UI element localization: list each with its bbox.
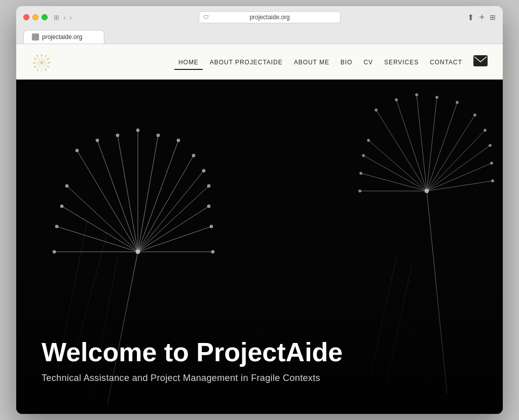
- maximize-button[interactable]: [42, 14, 48, 20]
- security-icon: 🛡: [203, 14, 209, 20]
- nav-controls: ⊞ ‹ ›: [54, 14, 72, 21]
- email-icon: [473, 55, 488, 66]
- tab-favicon: [32, 33, 39, 41]
- svg-point-13: [45, 55, 47, 56]
- site-logo[interactable]: [31, 52, 52, 72]
- browser-chrome: ⊞ ‹ › 🛡 projectaide.org ⬆ + ⊞ projectaid…: [16, 6, 503, 44]
- svg-point-14: [48, 58, 49, 59]
- nav-item-cv[interactable]: CV: [359, 57, 377, 66]
- nav-link-contact[interactable]: CONTACT: [426, 56, 466, 69]
- svg-point-15: [49, 62, 50, 63]
- hero-content: Welcome to ProjectAide Technical Assista…: [42, 338, 343, 384]
- site-nav: HOME ABOUT PROJECTAIDE ABOUT ME BIO CV S…: [16, 44, 503, 80]
- svg-point-16: [48, 66, 49, 67]
- nav-link-about-projectaide[interactable]: ABOUT PROJECTAIDE: [206, 56, 287, 69]
- window-icon[interactable]: ⊞: [54, 14, 59, 21]
- hero-title: Welcome to ProjectAide: [42, 338, 343, 367]
- logo-icon: [31, 52, 52, 72]
- url-text: projectaide.org: [249, 14, 289, 21]
- hero-section: Welcome to ProjectAide Technical Assista…: [16, 80, 503, 414]
- minimize-button[interactable]: [32, 14, 39, 20]
- chrome-right-controls: ⬆ + ⊞: [467, 12, 496, 23]
- nav-item-bio[interactable]: BIO: [337, 57, 357, 66]
- website-content: HOME ABOUT PROJECTAIDE ABOUT ME BIO CV S…: [16, 44, 503, 414]
- svg-point-23: [41, 62, 43, 64]
- nav-link-cv[interactable]: CV: [359, 56, 377, 69]
- grid-icon[interactable]: ⊞: [490, 13, 496, 21]
- svg-point-17: [45, 69, 47, 70]
- nav-link-about-me[interactable]: ABOUT ME: [290, 56, 333, 69]
- email-nav-button[interactable]: [473, 55, 488, 68]
- nav-item-about-me[interactable]: ABOUT ME: [290, 57, 333, 66]
- active-tab[interactable]: projectaide.org: [23, 30, 104, 44]
- svg-point-18: [37, 69, 39, 70]
- svg-point-21: [34, 58, 36, 59]
- nav-item-about-projectaide[interactable]: ABOUT PROJECTAIDE: [206, 57, 287, 66]
- nav-links: HOME ABOUT PROJECTAIDE ABOUT ME BIO CV S…: [174, 57, 466, 66]
- new-tab-button[interactable]: +: [479, 12, 485, 23]
- hero-subtitle: Technical Assistance and Project Managem…: [42, 373, 343, 384]
- traffic-lights: [23, 14, 48, 20]
- svg-point-22: [36, 55, 38, 56]
- share-icon[interactable]: ⬆: [467, 13, 474, 22]
- nav-item-contact[interactable]: CONTACT: [426, 57, 466, 66]
- browser-window: ⊞ ‹ › 🛡 projectaide.org ⬆ + ⊞ projectaid…: [16, 6, 503, 414]
- nav-item-home[interactable]: HOME: [174, 57, 203, 66]
- svg-point-19: [34, 66, 36, 67]
- nav-link-bio[interactable]: BIO: [337, 56, 357, 69]
- close-button[interactable]: [23, 14, 29, 20]
- nav-item-services[interactable]: SERVICES: [380, 57, 423, 66]
- nav-link-home[interactable]: HOME: [174, 56, 203, 70]
- address-bar[interactable]: 🛡 projectaide.org: [199, 11, 341, 23]
- svg-point-12: [41, 54, 43, 56]
- svg-point-20: [33, 62, 35, 63]
- svg-rect-24: [473, 55, 488, 66]
- back-button[interactable]: ‹: [63, 14, 65, 21]
- nav-link-services[interactable]: SERVICES: [380, 56, 423, 69]
- tab-label: projectaide.org: [42, 33, 82, 41]
- forward-button[interactable]: ›: [69, 14, 71, 21]
- address-bar-container: 🛡 projectaide.org: [78, 11, 462, 23]
- tab-bar: projectaide.org: [23, 27, 496, 44]
